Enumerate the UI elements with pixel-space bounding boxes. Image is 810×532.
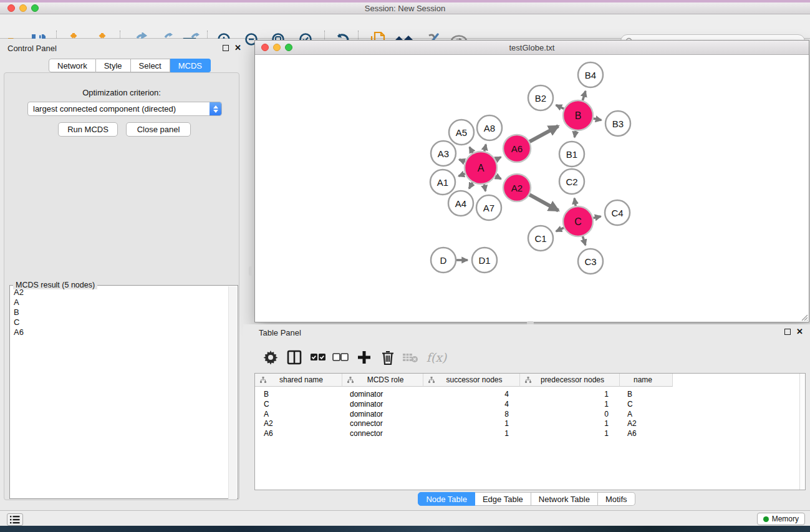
graph-node-A8[interactable]: A8 <box>477 115 502 140</box>
graph-edge-C-C4[interactable] <box>593 216 600 218</box>
table-cell: 4 <box>423 399 520 409</box>
table-cell: B <box>255 389 342 399</box>
graph-node-A7[interactable]: A7 <box>476 195 501 220</box>
table-row[interactable]: Cdominator41C <box>255 399 673 409</box>
tab-motifs[interactable]: Motifs <box>598 492 635 506</box>
graph-node-B[interactable]: B <box>563 100 593 130</box>
tab-node-table[interactable]: Node Table <box>418 492 475 506</box>
graph-edge-C-C1[interactable] <box>556 228 564 231</box>
network-minimize-button[interactable] <box>273 44 281 51</box>
graph-node-B3[interactable]: B3 <box>605 111 630 136</box>
optimization-criterion-select[interactable]: largest connected component (directed) <box>27 102 222 116</box>
task-history-button[interactable] <box>7 513 23 526</box>
graph-edge-A-A5[interactable] <box>470 147 473 153</box>
graph-node-C1[interactable]: C1 <box>528 226 553 251</box>
table-panel: Table Panel ✕ <box>243 324 810 510</box>
column-header-shared-name[interactable]: shared name <box>255 374 342 387</box>
network-window-titlebar[interactable]: testGlobe.txt <box>255 41 809 55</box>
svg-text:D1: D1 <box>478 255 490 266</box>
table-row[interactable]: A6connector11A6 <box>255 428 673 438</box>
graph-edge-A-A6[interactable] <box>496 157 501 160</box>
graph-node-C4[interactable]: C4 <box>605 200 630 225</box>
close-panel-icon[interactable]: ✕ <box>234 45 241 51</box>
graph-edge-B-B3[interactable] <box>593 118 601 120</box>
mcds-result-list[interactable]: A2ABCA6 <box>11 288 229 497</box>
close-table-panel-icon[interactable]: ✕ <box>796 329 803 335</box>
graph-node-C[interactable]: C <box>563 206 593 236</box>
control-panel: Control Panel ✕ NetworkStyleSelectMCDS O… <box>0 39 243 510</box>
graph-edge-A2-C[interactable] <box>529 195 558 211</box>
close-panel-button[interactable]: Close panel <box>126 122 191 137</box>
column-header-label: predecessor nodes <box>532 375 619 384</box>
column-header-successor-nodes[interactable]: successor nodes <box>423 374 520 387</box>
table-cell: dominator <box>342 409 423 419</box>
unselect-all-columns-icon[interactable] <box>330 347 350 367</box>
graph-node-B2[interactable]: B2 <box>528 85 553 110</box>
graph-node-A1[interactable]: A1 <box>430 170 455 195</box>
graph-node-C2[interactable]: C2 <box>559 169 584 194</box>
graph-node-C3[interactable]: C3 <box>578 249 603 274</box>
window-resize-grip[interactable] <box>799 312 808 321</box>
tab-style[interactable]: Style <box>96 59 131 72</box>
graph-node-A3[interactable]: A3 <box>431 141 456 166</box>
graph-edge-A-A2[interactable] <box>496 176 501 179</box>
table-cell: 1 <box>423 418 520 428</box>
graph-edge-A-A1[interactable] <box>458 174 465 177</box>
table-row[interactable]: Bdominator41B <box>255 389 673 399</box>
memory-button[interactable]: Memory <box>757 513 805 525</box>
network-zoom-button[interactable] <box>285 44 292 51</box>
graph-node-A5[interactable]: A5 <box>449 120 474 145</box>
list-icon <box>10 516 20 524</box>
graph-edge-A-A7[interactable] <box>484 184 485 191</box>
table-cell: 1 <box>520 389 620 399</box>
svg-text:B4: B4 <box>585 70 596 80</box>
run-mcds-button[interactable]: Run MCDS <box>58 122 118 137</box>
graph-node-B1[interactable]: B1 <box>559 142 584 167</box>
column-header-name[interactable]: name <box>620 374 673 387</box>
table-cell: C <box>255 399 342 409</box>
graph-edge-A-A4[interactable] <box>469 183 472 189</box>
table-scrollbar[interactable] <box>799 374 805 490</box>
graph-node-A6[interactable]: A6 <box>503 135 531 162</box>
delete-table-icon[interactable] <box>400 347 420 367</box>
tab-network[interactable]: Network <box>49 59 96 72</box>
graph-edge-C-C3[interactable] <box>582 236 585 245</box>
column-header-label: shared name <box>267 375 342 384</box>
network-vertical-scroll-thumb[interactable] <box>249 266 253 276</box>
tab-edge-table[interactable]: Edge Table <box>475 492 531 506</box>
function-builder-icon[interactable]: f(x) <box>424 347 449 367</box>
graph-edge-C-C2[interactable] <box>574 198 576 206</box>
float-panel-icon[interactable] <box>223 45 229 51</box>
table-cell: A <box>620 409 673 419</box>
network-view-window: testGlobe.txt B4B2BB3A8A5A6A3B1AA1C2A2A4… <box>254 40 809 322</box>
tab-select[interactable]: Select <box>131 59 170 72</box>
graph-node-D1[interactable]: D1 <box>472 248 497 273</box>
graph-edge-A-A8[interactable] <box>485 145 486 152</box>
mcds-result-scrollbar[interactable] <box>228 286 237 499</box>
table-row[interactable]: A2connector11A2 <box>255 418 673 428</box>
float-table-panel-icon[interactable] <box>784 329 791 335</box>
column-header-MCDS-role[interactable]: MCDS role <box>342 374 423 387</box>
table-cell: A2 <box>620 418 673 428</box>
graph-edge-A6-B[interactable] <box>529 126 558 142</box>
graph-edge-B-B1[interactable] <box>574 131 576 137</box>
tab-network-table[interactable]: Network Table <box>531 492 598 506</box>
network-close-button[interactable] <box>261 44 269 51</box>
network-canvas[interactable]: B4B2BB3A8A5A6A3B1AA1C2A2A4A7C4CC1DD1C3 <box>255 55 809 322</box>
table-settings-icon[interactable] <box>261 347 281 367</box>
table-row[interactable]: Adominator80A <box>255 409 673 419</box>
graph-node-D[interactable]: D <box>431 248 456 273</box>
graph-node-A4[interactable]: A4 <box>448 191 473 216</box>
delete-column-icon[interactable] <box>378 347 398 367</box>
create-column-icon[interactable] <box>354 347 374 367</box>
select-all-columns-icon[interactable] <box>308 347 328 367</box>
column-layout-icon[interactable] <box>284 347 304 367</box>
graph-node-A[interactable]: A <box>465 152 497 184</box>
tab-mcds[interactable]: MCDS <box>170 59 211 72</box>
graph-edge-A-A3[interactable] <box>459 160 465 162</box>
column-header-predecessor-nodes[interactable]: predecessor nodes <box>520 374 620 387</box>
graph-edge-B-B4[interactable] <box>582 91 586 100</box>
graph-node-A2[interactable]: A2 <box>503 174 531 201</box>
graph-edge-B-B2[interactable] <box>556 105 564 109</box>
graph-node-B4[interactable]: B4 <box>578 62 603 87</box>
